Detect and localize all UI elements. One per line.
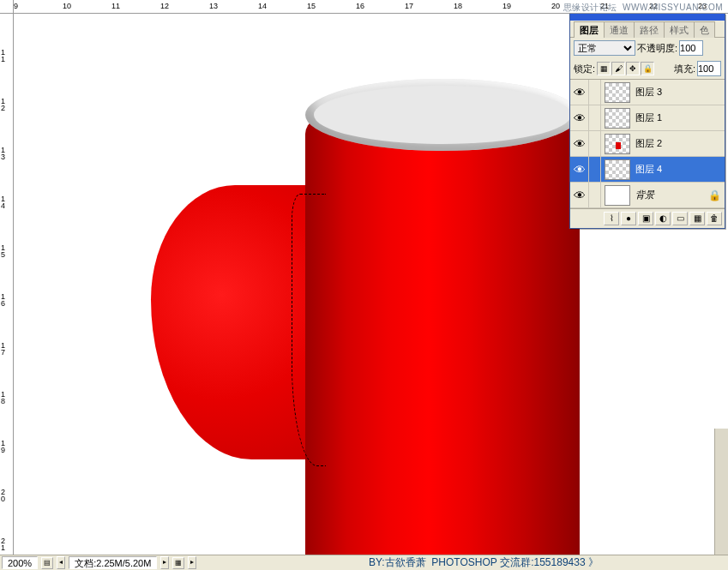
credit-group-value: 155189433	[534, 556, 586, 568]
layer-thumbnail[interactable]	[605, 185, 630, 206]
lock-icons: ▦ 🖌 ✥ 🔒	[597, 62, 654, 75]
lock-transparency-icon[interactable]: ▦	[597, 62, 611, 75]
layer-row[interactable]: 👁图层 2	[570, 131, 725, 157]
ruler-h-tick: 20	[551, 2, 560, 10]
panel-grip[interactable]	[570, 14, 725, 21]
doc-value: 2.25M/5.20M	[96, 558, 151, 568]
visibility-toggle-icon[interactable]: 👁	[570, 131, 589, 156]
adjustment-layer-icon[interactable]: ◐	[655, 212, 671, 225]
lock-all-icon[interactable]: 🔒	[641, 62, 654, 75]
layer-thumbnail[interactable]	[605, 159, 630, 180]
panel-tab[interactable]: 通道	[604, 21, 635, 38]
mug-rim-shape	[305, 79, 580, 151]
link-col[interactable]	[589, 80, 601, 105]
blend-opacity-row: 正常 不透明度:	[570, 38, 725, 58]
ruler-h-tick: 9	[14, 2, 18, 10]
ruler-v-tick: 12	[1, 98, 5, 111]
layer-name-label[interactable]: 图层 1	[634, 111, 725, 124]
credit-by-label: BY:	[369, 556, 385, 568]
status-extra-1[interactable]: ▦	[172, 557, 184, 569]
ruler-h-tick: 17	[405, 2, 413, 10]
ruler-horizontal[interactable]: 91011121314151617181920212223	[14, 0, 728, 14]
ruler-v-tick: 15	[1, 244, 5, 258]
layer-row[interactable]: 👁背景🔒	[570, 183, 725, 208]
nav-proxy-icon[interactable]: ▤	[41, 557, 53, 569]
credit-by-value: 古欲香萧	[385, 555, 426, 570]
panel-tab[interactable]: 样式	[664, 21, 695, 38]
layer-row[interactable]: 👁图层 3	[570, 80, 725, 105]
status-extra-2[interactable]: ▸	[188, 556, 196, 569]
panel-tab[interactable]: 图层	[574, 21, 605, 38]
visibility-toggle-icon[interactable]: 👁	[570, 80, 589, 105]
opacity-input[interactable]	[679, 40, 703, 56]
ruler-h-tick: 11	[111, 2, 120, 10]
doc-size-field[interactable]: 文档:2.25M/5.20M	[69, 556, 157, 569]
panel-footer: ⌇ ● ▣ ◐ ▭ ▦ 🗑	[570, 208, 725, 228]
ruler-v-tick: 13	[1, 147, 5, 160]
zoom-field[interactable]: 200%	[2, 556, 38, 569]
fill-input[interactable]	[697, 61, 721, 76]
layers-panel: 图层通道路径样式色 正常 不透明度: 锁定: ▦ 🖌 ✥ 🔒 填充: 👁图层 3…	[569, 14, 725, 229]
visibility-toggle-icon[interactable]: 👁	[570, 183, 589, 207]
panel-tab[interactable]: 路径	[634, 21, 665, 38]
lock-icon: 🔒	[708, 189, 721, 201]
layer-row[interactable]: 👁图层 4	[570, 157, 725, 183]
layer-thumbnail[interactable]	[605, 82, 630, 103]
ruler-h-tick: 15	[307, 2, 316, 10]
doc-label: 文档:	[75, 558, 96, 568]
doc-menu-button[interactable]: ▸	[160, 556, 169, 569]
blend-mode-select[interactable]: 正常	[574, 40, 635, 56]
ruler-v-tick: 16	[1, 293, 5, 307]
ruler-h-tick: 16	[356, 2, 364, 10]
layer-thumbnail[interactable]	[605, 134, 630, 154]
visibility-toggle-icon[interactable]: 👁	[570, 157, 589, 182]
ruler-h-tick: 18	[454, 2, 462, 10]
link-layers-icon[interactable]: ⌇	[604, 212, 619, 225]
link-col[interactable]	[589, 131, 601, 156]
ruler-v-tick: 14	[1, 195, 5, 209]
link-col[interactable]	[589, 183, 601, 207]
lock-label: 锁定:	[574, 63, 595, 75]
status-bar: 200% ▤ ◂ 文档:2.25M/5.20M ▸ ▦ ▸	[0, 555, 728, 570]
ruler-vertical[interactable]: 101112131415161718192021	[0, 14, 14, 555]
panel-tab[interactable]: 色	[694, 21, 715, 38]
link-col[interactable]	[589, 157, 601, 182]
credit-app: PHOTOSHOP	[431, 556, 496, 568]
opacity-label: 不透明度:	[637, 42, 677, 55]
ruler-v-tick: 21	[1, 537, 5, 551]
link-col[interactable]	[589, 105, 601, 130]
vertical-scrollbar[interactable]	[714, 429, 728, 557]
layer-group-icon[interactable]: ▭	[672, 212, 688, 225]
ruler-v-tick: 17	[1, 342, 5, 356]
lock-fill-row: 锁定: ▦ 🖌 ✥ 🔒 填充:	[570, 58, 725, 79]
ruler-v-tick: 19	[1, 440, 5, 453]
layer-mask-icon[interactable]: ▣	[638, 212, 653, 225]
lock-position-icon[interactable]: ✥	[626, 62, 640, 75]
panel-tabs: 图层通道路径样式色	[570, 21, 725, 38]
layer-list: 👁图层 3👁图层 1👁图层 2👁图层 4👁背景🔒	[570, 79, 725, 208]
layer-thumbnail[interactable]	[605, 108, 630, 129]
ruler-origin[interactable]	[0, 0, 14, 14]
visibility-toggle-icon[interactable]: 👁	[570, 105, 589, 130]
layer-name-label[interactable]: 图层 3	[634, 86, 725, 99]
ruler-h-tick: 12	[160, 2, 169, 10]
layer-style-icon[interactable]: ●	[621, 212, 636, 225]
delete-layer-icon[interactable]: 🗑	[707, 212, 722, 225]
layer-name-label[interactable]: 图层 2	[634, 137, 725, 150]
marquee-selection[interactable]	[292, 194, 326, 466]
lock-pixels-icon[interactable]: 🖌	[611, 62, 625, 75]
ruler-h-tick: 14	[258, 2, 267, 10]
layer-row[interactable]: 👁图层 1	[570, 105, 725, 131]
layer-name-label[interactable]: 背景	[634, 189, 708, 201]
ruler-h-tick: 23	[698, 2, 707, 10]
new-layer-icon[interactable]: ▦	[689, 212, 705, 225]
fill-label: 填充:	[674, 63, 695, 75]
ruler-h-tick: 21	[600, 2, 609, 10]
ruler-h-tick: 19	[502, 2, 511, 10]
credit-bar: BY: 古欲香萧 PHOTOSHOP 交流群: 155189433 》	[369, 555, 599, 570]
zoom-step-left[interactable]: ◂	[57, 556, 65, 569]
layer-name-label[interactable]: 图层 4	[634, 163, 725, 176]
ruler-h-tick: 10	[63, 2, 71, 10]
ruler-v-tick: 11	[1, 49, 5, 63]
credit-group-label: 交流群:	[500, 555, 533, 570]
